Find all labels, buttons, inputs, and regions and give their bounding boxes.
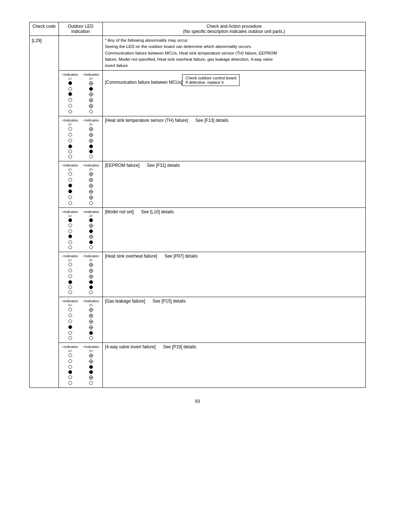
led-ind1 xyxy=(60,313,80,319)
led-ind2 xyxy=(80,353,101,359)
led-ind2 xyxy=(80,195,101,201)
led-ind2 xyxy=(80,313,101,319)
led-ind2 xyxy=(80,370,101,375)
led-ind2 xyxy=(80,132,101,138)
led-ind2 xyxy=(80,98,101,104)
led-ind1 xyxy=(60,127,80,132)
led-ind2 xyxy=(80,290,101,295)
action-cell: [EEPROM failure]See [F31] details xyxy=(102,161,365,208)
led-ind1 xyxy=(60,109,80,115)
led-ind1 xyxy=(60,138,80,144)
led-ind1 xyxy=(60,195,80,201)
led-ind1 xyxy=(60,336,80,341)
led-ind1 xyxy=(60,290,80,295)
led-ind2 xyxy=(80,104,101,109)
action-detail: Check outdoor control board If defective… xyxy=(182,74,240,86)
action-cell: [Model not set]See [L10] details xyxy=(102,208,365,252)
led-ind1 xyxy=(60,223,80,229)
led-ind1 xyxy=(60,81,80,87)
led-cell: <Indication 1><Indication 2> xyxy=(59,71,102,116)
led-ind1 xyxy=(60,325,80,331)
led-ind2 xyxy=(80,240,101,245)
action-cell: [Gas leakage failure]See [P15] details xyxy=(102,297,365,343)
main-table: Check code Outdoor LEDindication Check a… xyxy=(29,22,366,388)
led-ind2 xyxy=(80,268,101,274)
led-ind2 xyxy=(80,234,101,240)
see-ref: See [P15] details xyxy=(153,299,186,304)
led-ind2 xyxy=(80,183,101,189)
led-ind1 xyxy=(60,375,80,381)
led-ind1 xyxy=(60,149,80,154)
action-cell: [Communication failure between MCUs]Chec… xyxy=(102,71,365,116)
led-ind1 xyxy=(60,240,80,245)
led-ind2 xyxy=(80,81,101,87)
led-ind2 xyxy=(80,154,101,160)
led-ind2 xyxy=(80,336,101,341)
led-ind2 xyxy=(80,365,101,370)
led-ind2 xyxy=(80,285,101,290)
led-ind2 xyxy=(80,218,101,223)
led-ind1 xyxy=(60,177,80,183)
led-cell: <Indication 1><Indication 2> xyxy=(59,208,102,252)
led-cell: <Indication 1><Indication 2> xyxy=(59,161,102,208)
led-ind2 xyxy=(80,87,101,92)
header-led: Outdoor LEDindication xyxy=(59,22,102,36)
see-ref: See [L10] details xyxy=(141,209,174,214)
led-ind1 xyxy=(60,234,80,240)
led-ind1 xyxy=(60,262,80,268)
led-ind2 xyxy=(80,319,101,325)
see-ref: See [P07] details xyxy=(165,254,198,259)
section-row: <Indication 1><Indication 2> [Heat sink … xyxy=(30,116,366,161)
led-cell: <Indication 1><Indication 2> xyxy=(59,343,102,388)
led-ind1 xyxy=(60,307,80,313)
led-ind2 xyxy=(80,359,101,365)
led-ind1 xyxy=(60,229,80,234)
failure-label: [Communication failure between MCUs] xyxy=(105,80,182,85)
led-ind2 xyxy=(80,201,101,206)
check-code-cell: [L29] xyxy=(30,36,59,388)
header-action: Check and Action procedure(No specific d… xyxy=(102,22,365,36)
led-ind2 xyxy=(80,262,101,268)
led-ind1 xyxy=(60,98,80,104)
failure-label: [Heat sink temperature sensor (TH) failu… xyxy=(105,118,188,123)
led-ind2 xyxy=(80,138,101,144)
led-intro-cell xyxy=(59,36,102,71)
led-cell: <Indication 1><Indication 2> xyxy=(59,116,102,161)
intro-cell: * Any of the following abnormality may o… xyxy=(102,36,365,71)
led-cell: <Indication 1><Indication 2> xyxy=(59,252,102,297)
led-ind1 xyxy=(60,365,80,370)
failure-label: [Gas leakage failure] xyxy=(105,299,145,304)
section-row: <Indication 1><Indication 2> [Heat sink … xyxy=(30,252,366,297)
led-ind1 xyxy=(60,280,80,285)
led-ind2 xyxy=(80,381,101,386)
page-number: 93 xyxy=(195,399,200,404)
section-row: <Indication 1><Indication 2> [Model not … xyxy=(30,208,366,252)
failure-label: [Heat sink overheat failure] xyxy=(105,254,157,259)
led-ind1 xyxy=(60,183,80,189)
led-ind1 xyxy=(60,92,80,98)
led-ind1 xyxy=(60,285,80,290)
led-ind1 xyxy=(60,274,80,280)
led-ind2 xyxy=(80,149,101,154)
led-ind2 xyxy=(80,280,101,285)
led-ind1 xyxy=(60,268,80,274)
led-ind2 xyxy=(80,109,101,115)
section-row: <Indication 1><Indication 2> [EEPROM fai… xyxy=(30,161,366,208)
action-cell: [4-way valve invert failure]See [P19] de… xyxy=(102,343,365,388)
action-cell: [Heat sink temperature sensor (TH) failu… xyxy=(102,116,365,161)
led-ind2 xyxy=(80,92,101,98)
failure-label: [EEPROM failure] xyxy=(105,163,140,168)
section-row: <Indication 1><Indication 2> [4-way valv… xyxy=(30,343,366,388)
led-ind2 xyxy=(80,172,101,177)
led-ind2 xyxy=(80,245,101,250)
led-ind1 xyxy=(60,154,80,160)
led-ind2 xyxy=(80,144,101,149)
section-row: <Indication 1><Indication 2> [Gas leakag… xyxy=(30,297,366,343)
action-cell: [Heat sink overheat failure]See [P07] de… xyxy=(102,252,365,297)
failure-label: [Model not set] xyxy=(105,209,134,214)
led-ind1 xyxy=(60,189,80,195)
section-row: <Indication 1><Indication 2> [Communicat… xyxy=(30,71,366,116)
led-ind2 xyxy=(80,375,101,381)
led-ind2 xyxy=(80,325,101,331)
led-ind1 xyxy=(60,359,80,365)
